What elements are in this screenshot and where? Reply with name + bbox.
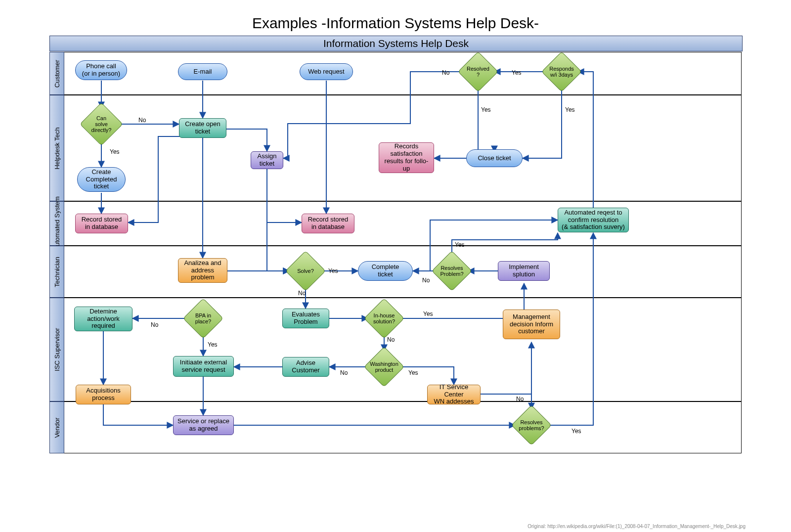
task-advise-customer: AdviseCustomer	[282, 357, 329, 377]
lane-label-auto: Automated System	[49, 201, 64, 246]
start-phone-call: Phone call(or in person)	[75, 60, 127, 80]
lane-customer	[49, 52, 742, 95]
task-service-or-replace: Service or replaceas agreed	[173, 415, 234, 435]
label-vendor-no: No	[516, 396, 524, 402]
label-resolved-no: No	[442, 69, 449, 76]
label-resolved-yes: Yes	[481, 106, 491, 113]
pool-header: Information Systems Help Desk	[49, 36, 743, 51]
decision-inhouse: In-housesolution?	[370, 304, 398, 333]
task-automated-request: Automated reqest toconfirm resolution(& …	[558, 208, 629, 232]
task-analyze-problem: Analizea andaddressproblem	[178, 258, 227, 283]
task-management-decision: Managementdecision Informcustomer	[503, 310, 560, 339]
label-bpa-no: No	[151, 321, 158, 328]
task-complete-ticket: Completeticket	[358, 261, 413, 281]
start-email: E-mail	[178, 63, 227, 80]
lane-auto	[49, 201, 742, 246]
decision-resolved: Resolved?	[464, 57, 492, 86]
label-vendor-yes: Yes	[571, 428, 581, 435]
label-bpa-yes: Yes	[208, 341, 218, 348]
task-record-db-2: Record storedin database	[302, 214, 354, 233]
decision-can-solve: Cansolvedirectly?	[86, 109, 117, 139]
task-initiate-external: Initiaate externalservice request	[173, 356, 234, 377]
decision-solve: Solve?	[291, 257, 320, 285]
lane-vendor	[49, 401, 742, 453]
label-resprob-no: No	[422, 277, 430, 284]
label-resprob-yes: Yes	[455, 241, 465, 248]
lane-label-customer: Customer	[49, 52, 64, 95]
task-implement-solution: Implementsplution	[498, 261, 550, 281]
page-title: Examples -Information Systems Help Desk-	[0, 15, 791, 32]
label-responds-yes: Yes	[512, 69, 522, 76]
start-web-request: Web request	[300, 63, 353, 80]
label-cansolve-yes: Yes	[110, 148, 120, 155]
decision-resolves-problems-vendor: Resolvesproblems?	[517, 411, 546, 440]
task-evaluate-problem: EvaluatesProblem	[282, 309, 329, 328]
lane-label-vendor: Vendor	[49, 401, 64, 453]
lane-label-tech: Technician	[49, 246, 64, 298]
task-create-completed-ticket: CreateCompletedticket	[77, 167, 126, 192]
label-solve-yes: Yes	[328, 267, 338, 274]
task-create-open-ticket: Create openticket	[179, 118, 226, 138]
decision-responds-3days: Respondsw/i 3days	[547, 57, 576, 86]
task-determine-work: Detemineaction/workrequired	[74, 307, 132, 331]
label-washington-no: No	[340, 369, 348, 376]
label-solve-no: No	[298, 290, 306, 297]
label-cansolve-no: No	[138, 117, 146, 124]
task-record-db-1: Record storedin database	[75, 214, 128, 233]
decision-resolves-problem: ResolvesProblem?	[438, 257, 466, 285]
decision-washington-product: Washingtonproduct	[370, 353, 398, 381]
task-close-ticket: Close ticket	[466, 149, 523, 167]
label-responds-branch: Yes	[565, 106, 575, 113]
label-inhouse-yes: Yes	[423, 310, 433, 317]
lane-label-isc: ISC Supervisor	[49, 298, 64, 401]
task-acquisitions: Acquisitionsprocess	[76, 385, 131, 404]
task-it-service-center: IT Service CenterWN addesses	[427, 385, 481, 404]
task-assign-ticket: Assign ticket	[251, 151, 283, 169]
source-footnote: Original: http://en.wikipedia.org/wiki/F…	[527, 524, 746, 529]
label-washington-yes: Yes	[408, 369, 418, 376]
lane-label-helpdesk: Helpdesk Tech	[49, 95, 64, 201]
decision-bpa: BPA inplace?	[189, 304, 218, 333]
label-inhouse-no: No	[387, 336, 395, 343]
task-record-satisfaction: Recordssatisfactionresults for follo-up	[379, 142, 434, 173]
